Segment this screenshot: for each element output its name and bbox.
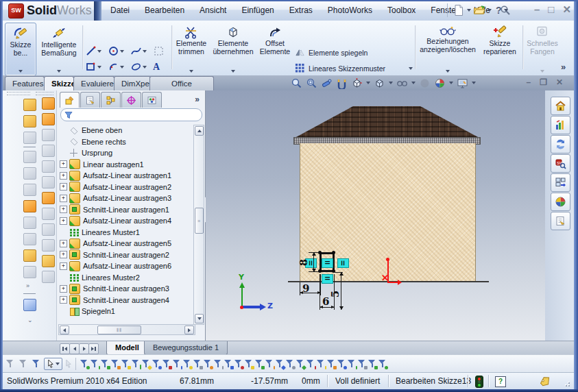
menu-extras[interactable]: Extras [282,3,320,18]
tree-item[interactable]: Ursprung [60,147,194,159]
equal-constraint-badge[interactable]: = [322,274,333,284]
menu-datei[interactable]: Datei [103,3,137,18]
scroll-right-icon[interactable] [184,326,194,334]
filter-point-ref-icon[interactable] [378,358,388,370]
select-dropdown-icon[interactable] [56,363,60,365]
tree-item[interactable]: Schnitt-Linear austragen3 [60,283,194,295]
new-document-dropdown-icon[interactable] [467,9,471,12]
trim-dropdown-icon[interactable] [189,70,193,73]
filter-mate-icon[interactable] [357,358,368,370]
tree-vertical-scrollbar[interactable]: ≡ [193,125,204,325]
graphics-viewport[interactable]: = = = = 8 9 6 [206,90,545,341]
quick-tips-icon[interactable]: ? [495,376,506,387]
tree-item[interactable]: Linear austragen1 [60,159,194,171]
filter-block-icon[interactable] [326,358,337,370]
toolbar-grip[interactable] [36,92,53,95]
tab-modell[interactable]: Modell [106,341,148,355]
expand-icon[interactable] [60,206,67,213]
tree-item[interactable]: Aufsatz-Linear austragen1 [60,170,194,182]
ellipse-dropdown-icon[interactable] [143,66,147,69]
toolbar-scroll-down-icon[interactable]: » [26,282,29,289]
menu-bearbeiten[interactable]: Bearbeiten [137,3,192,18]
filter-midpoint-icon[interactable] [193,358,203,370]
doc-close-button[interactable]: ✕ [556,77,563,87]
sketch-tool-icon[interactable] [42,192,55,204]
trim-entities-button[interactable]: Elemente trimmen [174,23,208,75]
clear-all-filters-icon[interactable] [19,358,29,370]
mirror-entities-button[interactable]: Elemente spiegeln [295,45,413,60]
spline-tool[interactable] [130,45,152,57]
view-orientation-dropdown-icon[interactable] [366,82,370,84]
sketch-vertex[interactable] [332,251,335,254]
tree-item[interactable]: Schnitt-Linear austragen4 [60,295,194,306]
tree-item[interactable]: Lineares Muster1 [60,227,194,238]
line-tool[interactable] [85,45,106,57]
display-style-icon[interactable] [374,77,385,89]
display-style-dropdown-icon[interactable] [389,82,393,84]
line-dropdown-icon[interactable] [97,50,101,53]
tree-item[interactable]: Aufsatz-Linear austragen4 [60,215,194,227]
filter-sketch-point-icon[interactable] [182,358,193,370]
doc-minimize-button[interactable]: – [526,77,531,87]
filter-dimension-icon[interactable] [224,358,234,370]
tree-item[interactable]: Ebene rechts [60,136,194,148]
filter-geotol-icon[interactable] [285,358,296,370]
menu-ansicht[interactable]: Ansicht [192,3,234,18]
filter-dowel-icon[interactable] [316,358,326,370]
hide-show-items-icon[interactable] [396,77,408,89]
tree-horizontal-scrollbar[interactable]: ⦀⦀ [58,324,195,335]
apply-scene-icon[interactable] [457,77,468,89]
linear-sketch-pattern-button[interactable]: Lineares Skizzenmuster [295,61,413,75]
filter-surface-icon[interactable] [110,358,121,370]
tree-item[interactable]: Ebene oben [60,125,194,136]
filter-annotation-icon[interactable] [234,358,244,370]
sketch-dropdown-icon[interactable] [19,70,23,73]
expand-icon[interactable] [60,251,67,258]
file-explorer-button[interactable] [551,135,570,154]
pattern-dropdown-icon[interactable] [409,67,413,70]
expand-icon[interactable] [60,217,67,225]
convert-dropdown-icon[interactable] [231,70,235,73]
sketch-tool-icon[interactable] [42,97,55,110]
filter-faces-icon[interactable] [100,358,110,370]
filter-weld-icon[interactable] [265,358,275,370]
view-orientation-icon[interactable] [351,77,363,89]
equal-constraint-badge[interactable]: = [322,258,333,268]
dimension-value[interactable]: 5 [329,291,341,297]
offset-entities-button[interactable]: Offset Elemente [258,23,292,75]
rectangle-dropdown-icon[interactable] [97,66,101,69]
feature-tool-icon[interactable] [23,115,36,127]
configuration-manager-tab[interactable] [101,92,121,108]
smart-dimension-dropdown-icon[interactable] [57,70,61,73]
hide-show-dropdown-icon[interactable] [411,82,416,84]
last-tab-button[interactable] [88,343,99,354]
dimxpert-manager-tab[interactable] [121,92,141,108]
circle-tool[interactable] [108,45,129,57]
custom-properties-button[interactable] [551,212,570,230]
expand-icon[interactable] [60,262,67,270]
filter-route-icon[interactable] [347,358,357,370]
doc-restore-button[interactable]: ❐ [540,77,547,87]
sketch-tool-icon[interactable] [42,255,55,267]
filter-vertices-icon[interactable] [80,358,90,370]
menu-einfuegen[interactable]: Einfügen [234,3,281,18]
arc-dropdown-icon[interactable] [120,66,124,69]
panel-tabs-overflow-icon[interactable]: » [195,95,200,104]
expand-icon[interactable] [60,183,67,191]
equal-constraint-badge[interactable]: = [337,258,349,268]
dimension-value[interactable]: 8 [298,259,310,266]
scroll-down-icon[interactable] [195,314,204,323]
scrollbar-thumb[interactable]: ≡ [195,208,204,234]
tab-bewegungsstudie[interactable]: Bewegungsstudie 1 [144,341,228,355]
feature-tool-icon[interactable] [23,99,36,111]
solidworks-resources-button[interactable] [551,97,570,115]
select-all-filters-icon[interactable] [32,358,42,370]
filter-solid-icon[interactable] [121,358,131,370]
tree-item[interactable]: Schnitt-Linear austragen2 [60,249,194,261]
expand-icon[interactable] [60,172,67,180]
solidworks-search-button[interactable]: SW [551,154,570,173]
toolbar-grip[interactable] [7,92,30,95]
view-palette-button[interactable] [551,173,570,192]
expand-icon[interactable] [60,285,67,293]
filter-surface-finish-icon[interactable] [296,358,306,370]
